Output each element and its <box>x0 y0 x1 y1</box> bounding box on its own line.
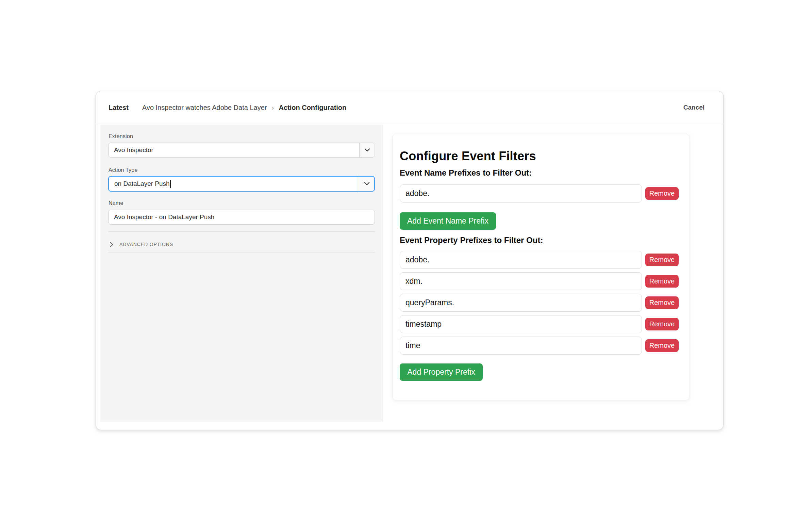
extension-select[interactable]: Avo Inspector <box>108 143 375 158</box>
remove-button[interactable]: Remove <box>645 275 679 288</box>
cancel-button[interactable]: Cancel <box>683 104 705 111</box>
event-name-prefix-row: Remove <box>393 184 689 202</box>
event-name-prefix-input[interactable] <box>400 184 642 202</box>
action-type-label: Action Type <box>109 167 138 173</box>
name-input[interactable] <box>108 210 375 225</box>
event-property-prefixes-label: Event Property Prefixes to Filter Out: <box>400 235 543 245</box>
breadcrumb-parent[interactable]: Avo Inspector watches Adobe Data Layer <box>142 104 267 112</box>
extension-label: Extension <box>109 133 133 140</box>
event-property-prefix-input[interactable] <box>400 294 642 312</box>
page: Latest Avo Inspector watches Adobe Data … <box>0 0 812 520</box>
top-bar: Latest Avo Inspector watches Adobe Data … <box>96 91 723 124</box>
advanced-options-label: ADVANCED OPTIONS <box>119 242 173 247</box>
advanced-options-toggle[interactable]: ADVANCED OPTIONS <box>108 238 173 250</box>
add-event-name-prefix-button[interactable]: Add Event Name Prefix <box>400 212 496 230</box>
action-type-select[interactable]: on DataLayer Push <box>108 176 375 192</box>
remove-button[interactable]: Remove <box>645 318 679 330</box>
remove-button[interactable]: Remove <box>645 339 679 352</box>
environment-label: Latest <box>109 104 129 112</box>
remove-button[interactable]: Remove <box>645 187 679 200</box>
text-cursor <box>170 180 171 188</box>
chevron-right-icon <box>110 242 113 247</box>
event-property-prefix-input[interactable] <box>400 272 642 290</box>
action-configuration-window: Latest Avo Inspector watches Adobe Data … <box>96 91 724 430</box>
event-name-prefixes-label: Event Name Prefixes to Filter Out: <box>400 168 532 178</box>
extension-select-value: Avo Inspector <box>109 146 359 154</box>
event-property-prefix-row: Remove <box>393 337 689 355</box>
remove-button[interactable]: Remove <box>645 296 679 309</box>
breadcrumb-current: Action Configuration <box>279 104 346 112</box>
name-label: Name <box>109 200 123 206</box>
divider <box>108 252 375 253</box>
add-property-prefix-button[interactable]: Add Property Prefix <box>400 363 483 381</box>
event-property-prefix-input[interactable] <box>400 315 642 333</box>
divider <box>108 231 375 232</box>
remove-button[interactable]: Remove <box>645 254 679 266</box>
action-settings-panel: Extension Avo Inspector Action Type on D… <box>100 125 383 422</box>
event-property-prefix-row: Remove <box>393 294 689 312</box>
event-property-prefix-row: Remove <box>393 251 689 269</box>
action-type-select-value: on DataLayer Push <box>114 180 170 187</box>
event-property-prefix-row: Remove <box>393 272 689 290</box>
event-property-prefix-input[interactable] <box>400 251 642 269</box>
event-property-prefix-input[interactable] <box>400 337 642 355</box>
configure-event-filters-card: Configure Event Filters Event Name Prefi… <box>393 134 689 400</box>
chevron-down-icon <box>359 177 374 191</box>
event-property-prefix-row: Remove <box>393 315 689 333</box>
card-title: Configure Event Filters <box>400 149 536 163</box>
chevron-down-icon <box>359 143 375 157</box>
breadcrumb-separator-icon: › <box>271 103 274 112</box>
